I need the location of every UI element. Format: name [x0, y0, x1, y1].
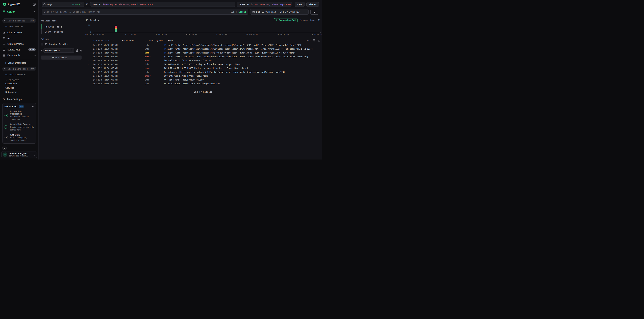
denoise-checkbox[interactable]: [41, 43, 43, 45]
lucene-mode-toggle[interactable]: Lucene: [238, 10, 246, 13]
chart-plot[interactable]: [93, 25, 320, 32]
results-histogram[interactable]: 12 0 Dec 10 9:50:00 AM9:52:30 AM9:54:30 …: [93, 23, 320, 35]
chart-filter-icon[interactable]: [76, 49, 78, 52]
preset-clickhouse[interactable]: ClickHouse: [0, 81, 38, 86]
table-row[interactable]: ›Dec 10 9:51:30.000 AMerror[ERROR] Lambd…: [86, 58, 320, 62]
sidebar-item-chart-explorer[interactable]: Chart Explorer: [0, 30, 38, 35]
search-icon: [4, 20, 6, 22]
alerts-button[interactable]: Alerts: [306, 2, 319, 7]
saved-dashboards-input[interactable]: ⌘K: [2, 67, 36, 71]
row-timestamp: Dec 10 9:51:30.000 AM: [92, 52, 118, 54]
create-dashboard-button[interactable]: + Create Dashboard: [0, 59, 38, 65]
table-row[interactable]: ›Dec 10 9:51:30.000 AMinfo{"level":"info…: [86, 47, 320, 51]
table-row[interactable]: ›Dec 10 9:51:30.000 AMinfo2025-12-09 22:…: [86, 62, 320, 66]
row-expand-chevron[interactable]: ›: [87, 70, 92, 74]
table-row[interactable]: ›Dec 10 9:51:30.000 AMerror2025-12-09 22…: [86, 66, 320, 70]
row-severity: error: [145, 75, 164, 77]
col-body[interactable]: ⋮⋮Body: [164, 39, 320, 42]
row-severity: error: [145, 59, 164, 62]
get-started-step-1[interactable]: Connect to ClickHouse Set up your databa…: [4, 110, 34, 121]
row-expand-chevron[interactable]: ›: [87, 78, 92, 82]
schema-tag: Schema: [72, 3, 80, 6]
filter-expand-chevron[interactable]: [41, 50, 42, 51]
col-servicename[interactable]: ⋮⋮ServiceName: [118, 39, 145, 42]
saved-searches-input[interactable]: ⌘K: [2, 18, 36, 23]
row-expand-chevron[interactable]: ›: [87, 74, 92, 78]
row-expand-chevron[interactable]: ›: [87, 82, 92, 85]
pin-icon[interactable]: [80, 49, 82, 52]
row-expand-chevron[interactable]: ›: [87, 62, 92, 66]
create-dashboard-label: Create Dashboard: [8, 61, 26, 64]
preset-services[interactable]: Services: [0, 86, 38, 90]
saved-dashboards-field[interactable]: [8, 68, 29, 70]
download-icon[interactable]: [318, 39, 320, 42]
severity-filter-field[interactable]: SeverityText: [43, 48, 74, 53]
drag-handle-icon[interactable]: ⋮⋮: [118, 40, 121, 42]
paren-close: ): [284, 3, 286, 6]
comma: ,: [269, 3, 272, 6]
event-search-input[interactable]: [44, 10, 230, 13]
table-row[interactable]: ›Dec 10 9:51:30.000 AMinfoException in t…: [86, 70, 320, 74]
source-select[interactable]: Logs Schema: [42, 2, 84, 7]
table-row[interactable]: ›Dec 10 9:51:30.000 AMinfo{"level":"info…: [86, 43, 320, 47]
presets-section-header[interactable]: PRESETS: [5, 79, 38, 81]
row-body: {"level":"warn","service":"api","message…: [164, 52, 320, 54]
source-settings-gear-icon[interactable]: ⚙: [86, 3, 88, 6]
table-row[interactable]: ›Dec 10 9:51:30.000 AMinfoAuthentication…: [86, 82, 320, 85]
sidebar-item-alerts[interactable]: Alerts: [0, 35, 38, 41]
event-search-box[interactable]: SQL | Lucene: [42, 9, 248, 14]
table-row[interactable]: ›Dec 10 9:51:30.000 AMinfo404 Not Found:…: [86, 78, 320, 82]
preset-kubernetes[interactable]: Kubernetes: [0, 90, 38, 94]
sidebar-item-dashboards[interactable]: Dashboards: [0, 52, 38, 58]
select-clause-input[interactable]: SELECT Timestamp,ServiceName,SeverityTex…: [90, 2, 235, 7]
row-expand-chevron[interactable]: ›: [87, 58, 92, 62]
chevron-up-icon[interactable]: [34, 11, 36, 12]
mode-results-table[interactable]: Results Table: [42, 24, 82, 29]
get-started-step-3[interactable]: 3 Add Data Start sending logs, metrics, …: [4, 133, 34, 142]
sidebar-item-team-settings[interactable]: ⚙ Team Settings: [0, 98, 38, 101]
table-row[interactable]: ›Dec 10 9:51:30.000 AMwarn{"level":"warn…: [86, 51, 320, 55]
sidebar-nav: Chart Explorer Alerts Client Sessions Se…: [0, 30, 38, 58]
row-expand-chevron[interactable]: ›: [87, 43, 92, 47]
order-by-input[interactable]: ORDER BY (TimestampTime, Timestamp) DESC: [237, 2, 292, 7]
sidebar-item-label: Service Map: [8, 48, 20, 51]
row-body: 2025-12-09 22:15:05 ERROR Failed to conn…: [164, 67, 320, 69]
get-started-step-2[interactable]: Create Data Sources Configure where your…: [4, 123, 34, 131]
denoise-icon: [45, 43, 47, 45]
sidebar-collapse-icon[interactable]: [33, 3, 36, 6]
gear-icon: ⚙: [3, 98, 5, 101]
mode-event-patterns[interactable]: Event Patterns: [42, 29, 82, 34]
view-code-icon[interactable]: </>: [307, 39, 310, 42]
drag-handle-icon[interactable]: ⋮⋮: [164, 40, 167, 42]
chevron-up-icon[interactable]: [34, 55, 36, 56]
row-expand-chevron[interactable]: ›: [87, 51, 92, 55]
more-filters-button[interactable]: More filters: [41, 55, 82, 59]
date-range-picker[interactable]: Dec 10 09:50:13 - Dec 10 10:05:13: [250, 9, 308, 14]
table-row[interactable]: ›Dec 10 9:51:30.000 AMerror500 Internal …: [86, 74, 320, 78]
sql-mode-toggle[interactable]: SQL: [231, 10, 234, 13]
sidebar-item-search[interactable]: Search: [3, 10, 36, 13]
row-expand-chevron[interactable]: ›: [87, 55, 92, 58]
row-expand-chevron[interactable]: ›: [87, 66, 92, 70]
chevron-up-icon[interactable]: [32, 106, 34, 107]
wrap-lines-icon[interactable]: [313, 39, 315, 42]
col-timestamp[interactable]: Timestamp (Local): [92, 39, 118, 42]
step-desc: Start sending logs, metrics, or traces: [10, 136, 29, 142]
table-row[interactable]: ›Dec 10 9:51:30.000 AMerror{"level":"err…: [86, 55, 320, 58]
row-expand-chevron[interactable]: ›: [87, 47, 92, 51]
sidebar-item-service-map[interactable]: Service Map BETA: [0, 47, 38, 52]
run-query-button[interactable]: [310, 9, 319, 14]
save-button[interactable]: Save: [295, 2, 305, 7]
results-count: 11 Results: [86, 19, 99, 21]
row-severity: info: [145, 44, 164, 46]
sidebar: HyperDX Search ⌘K No saved searches: [0, 0, 38, 159]
user-account-button[interactable]: D dominic.tran@clic... dominic.tran@clic…: [1, 151, 37, 158]
saved-searches-field[interactable]: [8, 19, 29, 22]
resume-live-tail-button[interactable]: Resume Live Tail: [274, 18, 298, 22]
sidebar-item-client-sessions[interactable]: Client Sessions: [0, 41, 38, 47]
mode-divider: |: [236, 10, 237, 13]
topbar: Logs Schema ⚙ SELECT Timestamp,ServiceNa…: [38, 0, 322, 16]
col-severitytext[interactable]: ⋮⋮SeverityText: [145, 39, 164, 42]
help-button[interactable]: ?: [2, 146, 7, 150]
drag-handle-icon[interactable]: ⋮⋮: [145, 40, 148, 42]
